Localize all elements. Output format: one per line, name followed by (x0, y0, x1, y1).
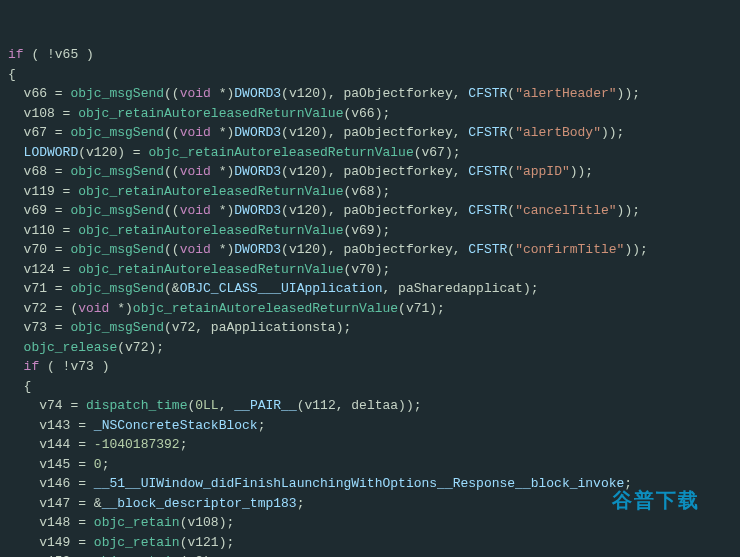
indent (8, 145, 24, 160)
code-line[interactable]: v145 = 0; (8, 455, 740, 475)
token-var: v70 = (24, 242, 71, 257)
code-line[interactable]: v147 = &__block_descriptor_tmp183; (8, 494, 740, 514)
token-var: (v121); (180, 535, 235, 550)
token-var: v67 = (24, 125, 71, 140)
token-var: *) (211, 242, 234, 257)
indent (8, 418, 39, 433)
code-editor[interactable]: if ( !v65 ){ v66 = objc_msgSend((void *)… (0, 0, 740, 557)
indent (8, 340, 24, 355)
token-func: objc_retainAutoreleasedReturnValue (78, 184, 343, 199)
code-line[interactable]: v119 = objc_retainAutoreleasedReturnValu… (8, 182, 740, 202)
indent (8, 437, 39, 452)
code-line[interactable]: v108 = objc_retainAutoreleasedReturnValu… (8, 104, 740, 124)
token-func: objc_retainAutoreleasedReturnValue (78, 223, 343, 238)
indent (8, 457, 39, 472)
token-func: objc_retainAutoreleasedReturnValue (133, 301, 398, 316)
token-var: v119 = (24, 184, 79, 199)
token-var: (( (164, 125, 180, 140)
token-var: ( (507, 125, 515, 140)
token-glob: OBJC_CLASS___UIApplication (180, 281, 383, 296)
code-line[interactable]: v150 = objc_retain(a2); (8, 552, 740, 557)
token-cast: void (180, 125, 211, 140)
token-cast: void (180, 164, 211, 179)
token-var: v110 = (24, 223, 79, 238)
code-line[interactable]: v143 = _NSConcreteStackBlock; (8, 416, 740, 436)
token-var: *) (211, 203, 234, 218)
code-line[interactable]: v73 = objc_msgSend(v72, paApplicationsta… (8, 318, 740, 338)
token-str: "alertBody" (515, 125, 601, 140)
token-var: v149 = (39, 535, 94, 550)
token-var: , paSharedapplicat); (383, 281, 539, 296)
token-var: (v108); (180, 515, 235, 530)
token-var: ; (102, 457, 110, 472)
token-func: objc_msgSend (70, 320, 164, 335)
indent (8, 379, 24, 394)
token-var: *) (211, 164, 234, 179)
token-cast: void (180, 242, 211, 257)
token-var: (v120), paObjectforkey, (281, 203, 468, 218)
code-line[interactable]: v74 = dispatch_time(0LL, __PAIR__(v112, … (8, 396, 740, 416)
token-var: (v66); (343, 106, 390, 121)
indent (8, 359, 24, 374)
token-var: (v120), paObjectforkey, (281, 125, 468, 140)
token-str: "appID" (515, 164, 570, 179)
code-line[interactable]: v110 = objc_retainAutoreleasedReturnValu… (8, 221, 740, 241)
token-num: 0 (94, 457, 102, 472)
token-glob: __51__UIWindow_didFinishLaunchingWithOpt… (94, 476, 625, 491)
code-line[interactable]: { (8, 65, 740, 85)
token-cast: void (180, 203, 211, 218)
token-var: (v68); (343, 184, 390, 199)
code-line[interactable]: v66 = objc_msgSend((void *)DWORD3(v120),… (8, 84, 740, 104)
code-line[interactable]: if ( !v65 ) (8, 45, 740, 65)
code-line[interactable]: v67 = objc_msgSend((void *)DWORD3(v120),… (8, 123, 740, 143)
token-var: (v120) = (78, 145, 148, 160)
token-var: v74 = (39, 398, 86, 413)
code-line[interactable]: { (8, 377, 740, 397)
token-var: (v120), paObjectforkey, (281, 164, 468, 179)
token-var: (v120), paObjectforkey, (281, 86, 468, 101)
code-line[interactable]: v70 = objc_msgSend((void *)DWORD3(v120),… (8, 240, 740, 260)
code-line[interactable]: v68 = objc_msgSend((void *)DWORD3(v120),… (8, 162, 740, 182)
token-var: v147 = & (39, 496, 101, 511)
token-var: (( (164, 86, 180, 101)
code-line[interactable]: v71 = objc_msgSend(&OBJC_CLASS___UIAppli… (8, 279, 740, 299)
code-line[interactable]: LODWORD(v120) = objc_retainAutoreleasedR… (8, 143, 740, 163)
code-line[interactable]: v144 = -1040187392; (8, 435, 740, 455)
token-var: (v70); (343, 262, 390, 277)
code-line[interactable]: v72 = (void *)objc_retainAutoreleasedRet… (8, 299, 740, 319)
token-var: , (219, 398, 235, 413)
token-var: v124 = (24, 262, 79, 277)
code-line[interactable]: if ( !v73 ) (8, 357, 740, 377)
code-line[interactable]: v146 = __51__UIWindow_didFinishLaunching… (8, 474, 740, 494)
token-var: ; (258, 418, 266, 433)
code-line[interactable]: objc_release(v72); (8, 338, 740, 358)
token-glob: __block_descriptor_tmp183 (102, 496, 297, 511)
token-macro: DWORD3 (234, 242, 281, 257)
token-cast: void (180, 86, 211, 101)
token-var: *) (109, 301, 132, 316)
token-macro: CFSTR (468, 242, 507, 257)
token-var: ; (624, 476, 632, 491)
token-var: ( (507, 164, 515, 179)
token-var: v71 = (24, 281, 71, 296)
token-var: v66 = (24, 86, 71, 101)
token-var: { (24, 379, 32, 394)
indent (8, 223, 24, 238)
code-line[interactable]: v148 = objc_retain(v108); (8, 513, 740, 533)
token-var: (v120), paObjectforkey, (281, 242, 468, 257)
token-func: objc_release (24, 340, 118, 355)
code-line[interactable]: v149 = objc_retain(v121); (8, 533, 740, 553)
token-macro: CFSTR (468, 125, 507, 140)
indent (8, 203, 24, 218)
code-line[interactable]: v69 = objc_msgSend((void *)DWORD3(v120),… (8, 201, 740, 221)
indent (8, 496, 39, 511)
token-var: v72 = ( (24, 301, 79, 316)
token-func: objc_retainAutoreleasedReturnValue (78, 262, 343, 277)
token-func: objc_msgSend (70, 203, 164, 218)
token-cast: void (78, 301, 109, 316)
indent (8, 515, 39, 530)
code-line[interactable]: v124 = objc_retainAutoreleasedReturnValu… (8, 260, 740, 280)
token-var: v148 = (39, 515, 94, 530)
indent (8, 125, 24, 140)
token-macro: DWORD3 (234, 86, 281, 101)
